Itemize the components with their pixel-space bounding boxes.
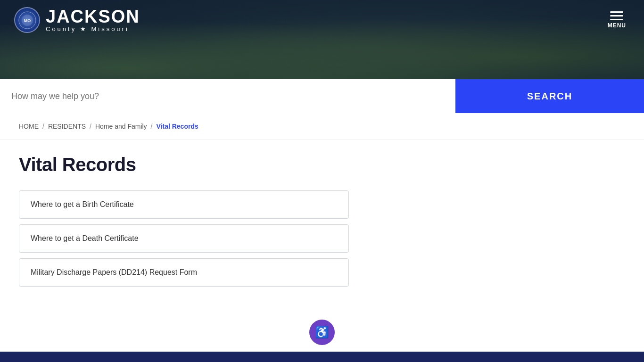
menu-button[interactable]: MENU [604,8,630,33]
accessibility-icon: ♿ [315,327,329,338]
logo-county-missouri: County ★ Missouri [46,25,140,33]
card-item-2[interactable]: Military Discharge Papers (DD214) Reques… [19,258,349,287]
breadcrumb-residents[interactable]: RESIDENTS [48,123,86,130]
header-bar: MO JACKSON County ★ Missouri MENU [0,0,644,40]
breadcrumb-home-and-family[interactable]: Home and Family [95,123,147,130]
breadcrumb-current: Vital Records [157,123,198,130]
card-item-0[interactable]: Where to get a Birth Certificate [19,190,349,219]
search-button[interactable]: SEARCH [455,79,644,113]
breadcrumb-home[interactable]: HOME [19,123,39,130]
hamburger-icon [610,11,623,20]
county-seal: MO [14,7,40,33]
search-bar: SEARCH [0,79,644,113]
breadcrumb-sep-1: / [42,123,44,130]
card-item-text-1: Where to get a Death Certificate [31,234,139,242]
search-input[interactable] [11,91,444,101]
accessibility-button[interactable]: ♿ [309,320,335,345]
breadcrumb: HOME / RESIDENTS / Home and Family / Vit… [0,113,644,140]
page-title: Vital Records [19,154,625,175]
svg-text:MO: MO [24,18,31,23]
logo-text: JACKSON County ★ Missouri [46,8,140,33]
breadcrumb-sep-2: / [90,123,91,130]
search-input-wrapper [0,79,455,113]
card-list: Where to get a Birth CertificateWhere to… [19,190,349,287]
hero-section: MO JACKSON County ★ Missouri MENU SEARCH [0,0,644,113]
logo-jackson: JACKSON [46,8,140,25]
menu-label: MENU [608,22,626,29]
footer-bar [0,352,644,362]
card-item-1[interactable]: Where to get a Death Certificate [19,224,349,253]
breadcrumb-sep-3: / [151,123,153,130]
logo-area: MO JACKSON County ★ Missouri [14,7,140,33]
card-item-text-2: Military Discharge Papers (DD214) Reques… [31,268,197,276]
main-content: Vital Records Where to get a Birth Certi… [0,140,644,315]
card-item-text-0: Where to get a Birth Certificate [31,200,134,208]
